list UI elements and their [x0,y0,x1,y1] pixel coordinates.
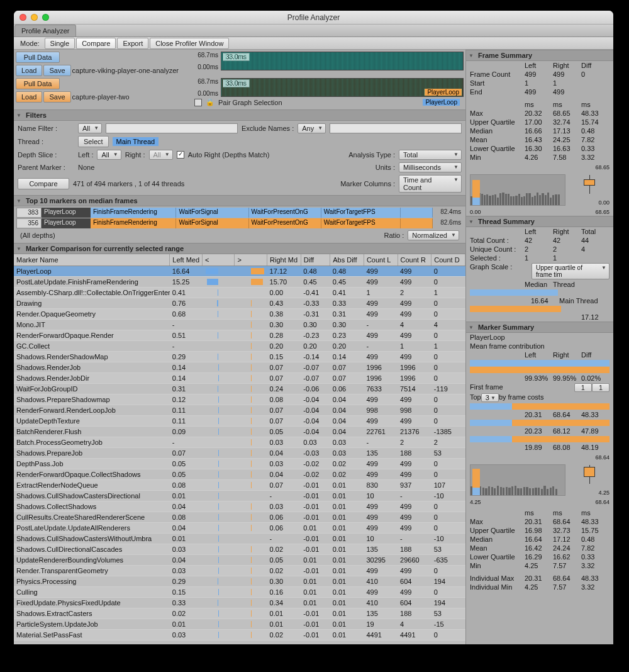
table-row[interactable]: Shadows.CullShadowCastersWithoutUmbra0.0… [14,534,465,544]
name-filter-mode-dropdown[interactable]: All [78,123,102,133]
export-button[interactable]: Export [117,38,148,49]
table-row[interactable]: Render.OpaqueGeometry0.680.38-0.310.3149… [14,309,465,320]
analysis-type-dropdown[interactable]: Total [399,150,462,160]
left-timeline[interactable]: 33.0ms 1 [499] 499 [221,52,464,70]
seg-wft: WaitForTargetFPS [321,208,401,218]
table-row[interactable]: FixedUpdate.PhysicsFixedUpdate0.330.340.… [14,598,465,608]
marker-table-wrap[interactable]: Marker NameLeft Med<>Right MdDiffAbs Dif… [14,254,465,644]
marker-comparison-header[interactable]: Marker Comparison for currently selected… [14,243,465,254]
depth-label: Depth Slice : [18,151,74,159]
col-8[interactable]: Count R [398,254,431,266]
thread-summary-header[interactable]: Thread Summary [466,216,613,227]
col-0[interactable]: Marker Name [14,254,170,266]
table-row[interactable]: Shadows.RenderShadowMap0.290.15-0.140.14… [14,352,465,362]
table-row[interactable]: PostLateUpdate.UpdateAllRenderers0.040.0… [14,523,465,534]
table-row[interactable]: PlayerLoop16.6417.120.480.484994990 [14,266,465,277]
thread-chip[interactable]: Main Thread [113,137,159,146]
table-row[interactable]: UpdateDepthTexture0.110.07-0.040.0449949… [14,416,465,427]
table-row[interactable]: RenderForward.RenderLoopJob0.110.07-0.04… [14,405,465,416]
dataset-block: Pull Data Load Save capture-viking-playe… [14,50,465,109]
profile-analyzer-window: Profile Analyzer Profile Analyzer Mode: … [14,11,613,644]
table-row[interactable]: WaitForJobGroupID0.310.24-0.060.06763375… [14,384,465,395]
minimize-icon[interactable] [31,14,38,21]
toolbar: Mode: Single Compare Export Close Profil… [14,37,613,50]
close-profiler-button[interactable]: Close Profiler Window [150,38,229,49]
table-row[interactable]: Shadows.PrepareJob0.070.04-0.030.0313518… [14,448,465,459]
table-row[interactable]: Shadows.CollectShadows0.040.03-0.010.014… [14,501,465,512]
top10-header[interactable]: Top 10 markers on median frames [14,195,465,206]
name-filter-input[interactable] [106,123,238,133]
frame-summary-header[interactable]: Frame Summary [466,50,613,61]
top10-r1-ms: 82.4ms [433,208,463,218]
table-row[interactable]: Culling0.150.160.010.014994990 [14,587,465,598]
table-row[interactable]: Physics.Processing0.290.300.010.01410604… [14,576,465,587]
load-right-button[interactable]: Load [16,91,42,103]
table-row[interactable]: Shadows.CullShadowCastersDirectional0.01… [14,491,465,501]
load-left-button[interactable]: Load [16,65,42,76]
compare-button[interactable]: Compare [18,178,69,189]
table-row[interactable]: RenderForwardOpaque.CollectShadows0.050.… [14,469,465,480]
table-row[interactable]: Shadows.PrepareShadowmap0.120.08-0.040.0… [14,395,465,405]
table-row[interactable]: Assembly-CSharp.dll!::Collectable.OnTrig… [14,288,465,298]
table-row[interactable]: Mono.JIT-0.300.300.30-44 [14,320,465,330]
col-2[interactable]: < [202,254,235,266]
marker-summary-header[interactable]: Marker Summary [466,322,613,333]
playerloop-badge: PlayerLoop [425,89,462,96]
table-row[interactable]: Material.SetPassFast0.030.02-0.010.01449… [14,630,465,641]
traffic-lights [19,14,49,21]
col-9[interactable]: Count D [431,254,465,266]
tab-profile-analyzer[interactable]: Profile Analyzer [14,25,76,36]
exclude-input[interactable] [330,123,462,133]
depth-right-dropdown[interactable]: All [149,150,173,160]
table-row[interactable]: ExtractRenderNodeQueue0.080.07-0.010.018… [14,480,465,491]
depth-left-dropdown[interactable]: All [97,150,121,160]
table-row[interactable]: RenderForwardOpaque.Render0.510.28-0.230… [14,330,465,341]
col-6[interactable]: Abs Diff [330,254,364,266]
mode-compare-button[interactable]: Compare [76,38,116,49]
close-icon[interactable] [19,14,26,21]
save-right-button[interactable]: Save [43,91,70,103]
col-1[interactable]: Left Med [170,254,203,266]
save-left-button[interactable]: Save [43,65,70,76]
table-row[interactable]: Shadows.RenderJobDir0.140.07-0.070.07199… [14,373,465,384]
table-row[interactable]: Batch.ProcessGeometryJob-0.030.030.03-22 [14,437,465,448]
top10-r2-ms: 82.6ms [433,218,463,228]
table-row[interactable]: PostLateUpdate.FinishFrameRendering15.25… [14,277,465,288]
col-7[interactable]: Count L [364,254,398,266]
top10-r2-bar: FinishFrameRendering WaitForSignal WaitF… [91,218,433,228]
thread-select-button[interactable]: Select [78,136,109,147]
table-row[interactable]: Render.TransparentGeometry0.030.02-0.010… [14,566,465,576]
thread-label: Thread : [18,138,74,145]
maximize-icon[interactable] [42,14,49,21]
marker-columns-dropdown[interactable]: Time and Count [399,175,462,193]
exclude-label: Exclude Names : [242,125,294,132]
ratio-dropdown[interactable]: Normalized [408,230,459,240]
filters-header[interactable]: Filters [14,109,465,121]
pull-data-right-button[interactable]: Pull Data [16,78,60,89]
table-row[interactable]: Shadows.ExtractCasters0.020.01-0.010.011… [14,608,465,619]
table-row[interactable]: ParticleSystem.UpdateJob0.010.01-0.010.0… [14,619,465,630]
auto-right-checkbox[interactable]: ✓ [177,151,184,159]
col-5[interactable]: Diff [301,254,330,266]
pull-data-left-button[interactable]: Pull Data [16,52,60,63]
table-row[interactable]: GC.Collect-0.200.200.20-11 [14,341,465,352]
table-row[interactable]: Shadows.CullDirectionalCascades0.030.02-… [14,544,465,555]
units-dropdown[interactable]: Milliseconds [399,162,462,172]
table-row[interactable]: DepthPass.Job0.050.03-0.020.024994990 [14,459,465,469]
mode-single-button[interactable]: Single [45,38,75,49]
graph-scale-dropdown[interactable]: Upper quartile of frame tim [532,263,610,279]
pair-graph-checkbox[interactable] [194,99,202,106]
depth-left-label: Left : [78,151,93,159]
exclude-mode-dropdown[interactable]: Any [298,123,326,133]
table-row[interactable]: BatchRenderer.Flush0.090.05-0.040.042276… [14,427,465,437]
table-row[interactable]: CullResults.CreateSharedRendererScene0.0… [14,512,465,523]
col-3[interactable]: > [235,254,267,266]
table-row[interactable]: UpdateRendererBoundingVolumes0.040.050.0… [14,555,465,566]
table-row[interactable]: Drawing0.760.43-0.330.334994990 [14,298,465,309]
right-timeline[interactable]: 33.0ms PlayerLoop [221,78,464,97]
playerloop-badge-blue: PlayerLoop [423,99,460,106]
table-row[interactable]: Shadows.RenderJob0.140.07-0.070.07199619… [14,362,465,373]
col-4[interactable]: Right Md [267,254,301,266]
top10-r1-frame: 383 [16,208,42,218]
top10-r2-frame: 356 [16,218,42,228]
